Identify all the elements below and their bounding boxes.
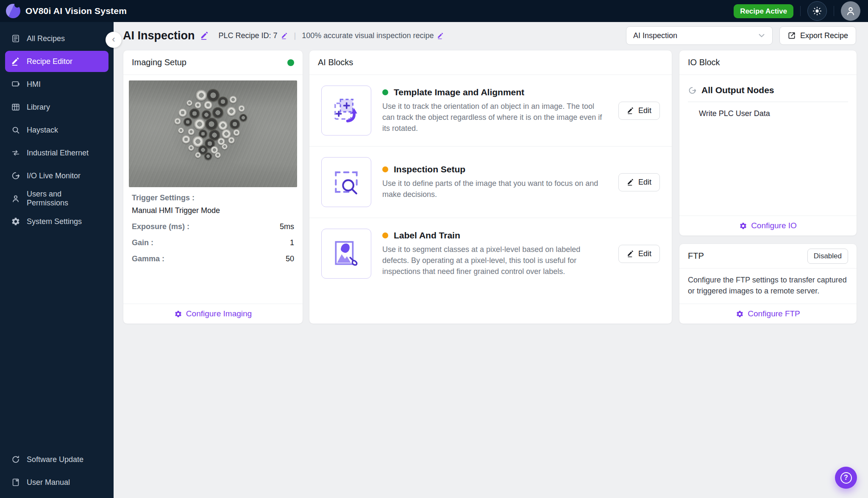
configure-io-button[interactable]: Configure IO [739, 221, 797, 230]
brand: OV80i AI Vision System [6, 4, 127, 18]
metal-ring [239, 114, 247, 122]
sidebar-item-label: Haystack [27, 126, 58, 135]
block-description: Use it to segment classes at a pixel-lev… [382, 244, 607, 277]
edit-subtitle-button[interactable] [437, 32, 444, 39]
user-icon [11, 194, 20, 203]
sidebar-collapse-button[interactable]: ‹ [106, 32, 122, 48]
metal-ring [174, 118, 181, 125]
metal-ring [196, 90, 207, 101]
recipe-subtitle: 100% accurate visual inspection recipe [302, 31, 434, 40]
sidebar-item-system-settings[interactable]: System Settings [5, 211, 108, 232]
sidebar-item-label: User Manual [27, 478, 70, 487]
block-text: Template Image and Alignment Use it to t… [382, 87, 607, 134]
edit-plc-id-button[interactable] [281, 32, 288, 39]
sidebar-item-users-permissions[interactable]: Users and Permissions [5, 188, 108, 209]
app-logo-icon [6, 4, 20, 18]
gamma-row: Gamma : 50 [132, 255, 294, 263]
imaging-card-header: Imaging Setup [123, 50, 303, 75]
gear-icon [739, 222, 747, 230]
metal-ring [204, 101, 212, 109]
edit-button-label: Edit [638, 178, 651, 187]
ftp-card-footer: Configure FTP [679, 304, 857, 324]
imaging-card-footer: Configure Imaging [123, 304, 303, 324]
ai-blocks-card: AI Blocks Template Ima [309, 50, 672, 324]
sidebar-item-io-live-monitor[interactable]: I/O Live Monitor [5, 165, 108, 186]
edit-inspection-setup-button[interactable]: Edit [618, 173, 660, 191]
sidebar-item-all-recipes[interactable]: All Recipes [5, 28, 108, 49]
gear-icon [736, 310, 744, 318]
question-icon: ? [840, 472, 852, 484]
edit-title-button[interactable] [200, 31, 209, 40]
topbar-right: Recipe Active [734, 1, 860, 21]
sidebar-item-label: All Recipes [27, 34, 65, 43]
sidebar-item-label: Users and Permissions [27, 190, 103, 208]
metal-ring [212, 107, 223, 118]
ftp-status-badge: Disabled [807, 249, 848, 264]
metal-ring [215, 152, 221, 158]
label-and-train-icon [321, 229, 371, 279]
metal-ring [205, 118, 218, 130]
export-icon [787, 31, 796, 40]
metal-ring [195, 152, 201, 158]
pencil-icon [627, 107, 634, 114]
recipe-select-value: AI Inspection [633, 31, 677, 40]
grid-icon [11, 102, 20, 112]
refresh-icon [11, 455, 20, 464]
io-divider [688, 102, 848, 102]
imaging-status-dot [287, 59, 294, 66]
user-avatar[interactable] [841, 1, 860, 21]
gain-value: 1 [290, 238, 294, 247]
block-title-row: Inspection Setup [382, 164, 607, 174]
imaging-settings: Trigger Settings : Manual HMI Trigger Mo… [123, 193, 303, 263]
pencil-icon [627, 250, 634, 257]
trigger-settings-value: Manual HMI Trigger Mode [132, 206, 294, 215]
plc-recipe-id: PLC Recipe ID: 7 [219, 31, 278, 40]
topbar-divider [800, 6, 801, 16]
header-divider: | [294, 31, 296, 40]
block-row-template-alignment: Template Image and Alignment Use it to t… [309, 75, 672, 147]
edit-template-alignment-button[interactable]: Edit [618, 102, 660, 120]
ai-blocks-card-title: AI Blocks [318, 58, 353, 67]
output-nodes-icon [688, 86, 697, 95]
imaging-card-title: Imaging Setup [132, 58, 186, 67]
sidebar-item-software-update[interactable]: Software Update [5, 449, 108, 470]
configure-imaging-button[interactable]: Configure Imaging [174, 309, 252, 318]
metal-ring [228, 137, 235, 144]
page-header: AI Inspection PLC Recipe ID: 7 | 100% ac… [114, 22, 868, 49]
sidebar-item-hmi[interactable]: HMI [5, 74, 108, 95]
recipe-select[interactable]: AI Inspection [626, 26, 773, 45]
io-monitor-icon [11, 171, 20, 180]
trigger-settings-label: Trigger Settings : [132, 194, 294, 202]
app-root: OV80i AI Vision System Recipe Active All… [0, 0, 868, 498]
block-description: Use it to track the orientation of an ob… [382, 101, 607, 134]
imaging-setup-card: Imaging Setup Trigger Settings : Manual … [123, 50, 303, 324]
ethernet-icon [11, 148, 20, 158]
configure-ftp-button[interactable]: Configure FTP [736, 309, 800, 318]
metal-ring [233, 129, 240, 136]
metal-ring [218, 97, 228, 107]
sidebar-spacer [0, 233, 114, 448]
gamma-label: Gamma : [132, 255, 164, 263]
sidebar-item-haystack[interactable]: Haystack [5, 119, 108, 141]
block-row-inspection-setup: Inspection Setup Use it to define parts … [309, 147, 672, 218]
metal-ring [230, 119, 240, 129]
recipe-active-badge: Recipe Active [734, 4, 793, 18]
edit-button-label: Edit [638, 106, 651, 115]
sidebar-item-industrial-ethernet[interactable]: Industrial Ethernet [5, 142, 108, 163]
output-node-item: Write PLC User Data [688, 109, 848, 118]
pencil-icon [200, 31, 209, 40]
sidebar-item-recipe-editor[interactable]: Recipe Editor [5, 51, 108, 72]
metal-ring [218, 121, 228, 130]
metal-ring [184, 118, 192, 126]
metal-ring [182, 135, 190, 144]
sidebar-item-user-manual[interactable]: User Manual [5, 472, 108, 493]
metal-ring [222, 144, 228, 149]
block-status-dot [382, 232, 388, 238]
help-button[interactable]: ? [835, 467, 857, 489]
metal-ring [204, 152, 212, 160]
edit-label-and-train-button[interactable]: Edit [618, 245, 660, 263]
theme-toggle-button[interactable] [807, 1, 827, 21]
gain-label: Gain : [132, 238, 153, 247]
sidebar-item-library[interactable]: Library [5, 97, 108, 118]
export-recipe-button[interactable]: Export Recipe [779, 26, 856, 45]
